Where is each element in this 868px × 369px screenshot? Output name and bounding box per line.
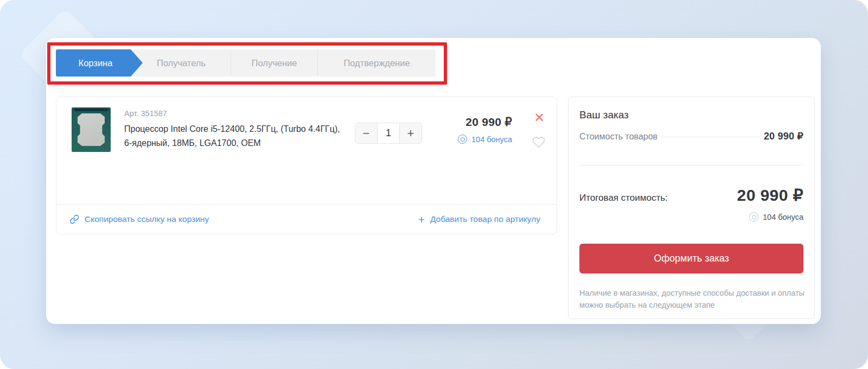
copy-cart-link-label: Скопировать ссылку на корзину — [85, 214, 209, 224]
add-by-article-link[interactable]: + Добавить товар по артикулу — [418, 214, 540, 225]
checkout-steps: Получатель Получение Подтверждение Корзи… — [56, 49, 436, 77]
dotted-leader — [662, 137, 760, 137]
add-by-article-label: Добавить товар по артикулу — [430, 214, 540, 224]
product-image[interactable] — [71, 107, 111, 152]
total-row: Итоговая стоимость: 20 990 ₽ — [579, 186, 803, 205]
items-cost-value: 20 990 ₽ — [764, 130, 803, 142]
copy-cart-link[interactable]: Скопировать ссылку на корзину — [69, 214, 209, 224]
cart-items-card: Арт. 351587 Процессор Intel Core i5-1240… — [56, 97, 557, 234]
summary-bonus: 104 бонуса — [749, 212, 803, 221]
item-actions: ✕ — [527, 97, 546, 205]
summary-note: Наличие в магазинах, доступные способы д… — [579, 287, 806, 311]
total-value: 20 990 ₽ — [737, 186, 803, 205]
step-recipient[interactable]: Получатель — [132, 49, 231, 77]
minus-icon: − — [363, 128, 370, 139]
item-price-block: 20 990 ₽ 104 бонуса — [458, 116, 512, 144]
cart-links-row: Скопировать ссылку на корзину + Добавить… — [56, 204, 557, 234]
items-cost-row: Стоимость товаров 20 990 ₽ — [579, 130, 803, 142]
page-background: Получатель Получение Подтверждение Корзи… — [0, 0, 868, 369]
plus-icon: + — [418, 214, 425, 225]
bonus-text: 104 бонуса — [471, 135, 512, 144]
summary-bonus-text: 104 бонуса — [763, 213, 803, 221]
steps-track: Получатель Получение Подтверждение — [132, 49, 436, 77]
checkout-button[interactable]: Оформить заказ — [579, 244, 803, 273]
cart-item-row: Арт. 351587 Процессор Intel Core i5-1240… — [56, 97, 557, 205]
step-label: Получение — [252, 58, 297, 68]
checkout-card: Получатель Получение Подтверждение Корзи… — [46, 38, 821, 324]
quantity-stepper: − + — [355, 123, 422, 144]
item-bonus: 104 бонуса — [458, 135, 512, 144]
cpu-contact-strip — [74, 109, 108, 111]
increase-quantity-button[interactable]: + — [399, 123, 422, 143]
remove-item-button[interactable]: ✕ — [534, 111, 545, 124]
step-confirmation[interactable]: Подтверждение — [317, 49, 436, 77]
step-cart-active[interactable]: Корзина — [56, 49, 143, 77]
plus-icon: + — [407, 128, 414, 139]
step-label: Подтверждение — [343, 58, 410, 68]
total-label: Итоговая стоимость: — [579, 193, 668, 203]
favorite-button[interactable] — [532, 136, 546, 150]
decrease-quantity-button[interactable]: − — [355, 123, 378, 143]
product-title[interactable]: Процессор Intel Core i5-12400, 2.5ГГц, (… — [124, 122, 342, 150]
step-delivery[interactable]: Получение — [231, 49, 317, 77]
summary-divider — [579, 165, 803, 166]
summary-title: Ваш заказ — [579, 109, 629, 121]
step-label: Получатель — [157, 58, 206, 68]
heart-icon — [532, 136, 546, 149]
article-number: Арт. 351587 — [124, 109, 167, 118]
step-label: Корзина — [79, 58, 113, 68]
cpu-heat-spreader — [78, 113, 105, 146]
quantity-input[interactable] — [378, 123, 399, 143]
bonus-icon — [749, 212, 758, 221]
page: Получатель Получение Подтверждение Корзи… — [0, 0, 868, 369]
bonus-icon — [458, 135, 467, 144]
chain-link-icon — [69, 214, 79, 224]
item-price: 20 990 ₽ — [458, 116, 512, 129]
items-cost-label: Стоимость товаров — [579, 132, 658, 142]
order-summary-panel: Ваш заказ Стоимость товаров 20 990 ₽ Ито… — [568, 97, 815, 319]
